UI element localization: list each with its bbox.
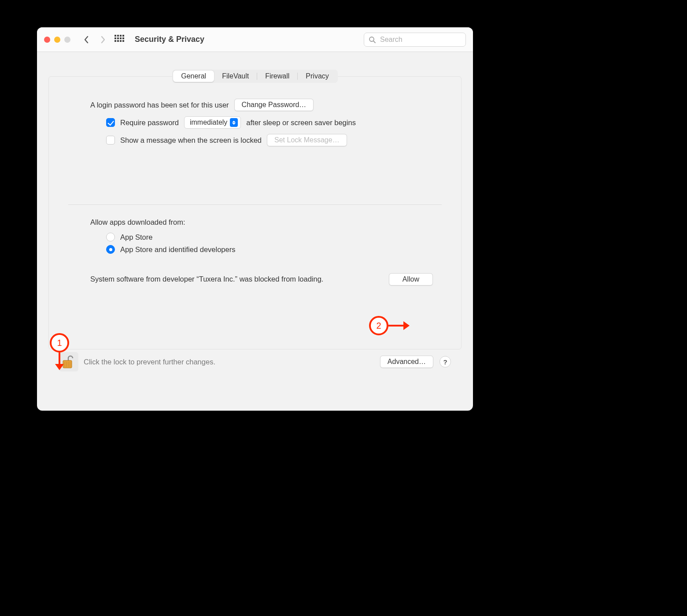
blocked-software-row: System software from developer “Tuxera I…	[90, 274, 433, 286]
blocked-software-text: System software from developer “Tuxera I…	[90, 274, 371, 284]
footer: Click the lock to prevent further change…	[48, 349, 462, 379]
window-controls	[44, 37, 70, 43]
annotation-arrow-2	[388, 321, 410, 330]
radio-identified-developers[interactable]	[106, 245, 115, 254]
chevron-left-icon	[84, 36, 89, 44]
after-sleep-text: after sleep or screen saver begins	[246, 119, 356, 127]
show-lock-message-row: Show a message when the screen is locked…	[90, 134, 433, 146]
forward-button[interactable]	[97, 33, 109, 46]
show-all-preferences-button[interactable]	[114, 35, 124, 45]
annotation-2-label: 2	[376, 321, 381, 331]
show-lock-message-label: Show a message when the screen is locked	[120, 136, 262, 145]
back-button[interactable]	[80, 33, 92, 46]
svg-rect-2	[63, 360, 72, 368]
gatekeeper-heading: Allow apps downloaded from:	[90, 218, 433, 226]
tab-privacy[interactable]: Privacy	[298, 71, 336, 82]
help-button[interactable]: ?	[440, 356, 451, 367]
close-window-button[interactable]	[44, 37, 50, 43]
radio-identified-developers-label: App Store and identified developers	[120, 245, 235, 254]
annotation-1-label: 1	[57, 338, 62, 348]
gatekeeper-option-appstore: App Store	[90, 233, 433, 241]
allow-button[interactable]: Allow	[389, 273, 433, 286]
search-field[interactable]	[364, 33, 466, 47]
require-password-delay-select[interactable]: immediately	[184, 116, 241, 129]
window-title: Security & Privacy	[135, 35, 204, 44]
search-icon	[369, 36, 376, 43]
require-password-row: Require password immediately after sleep…	[90, 116, 433, 129]
lock-hint-text: Click the lock to prevent further change…	[84, 358, 215, 366]
tab-filevault[interactable]: FileVault	[214, 71, 257, 82]
select-stepper-icon	[230, 118, 238, 127]
advanced-button[interactable]: Advanced…	[380, 356, 433, 368]
annotation-callout-1: 1	[50, 333, 69, 353]
annotation-callout-2: 2	[369, 316, 388, 335]
login-password-row: A login password has been set for this u…	[90, 99, 433, 111]
login-password-text: A login password has been set for this u…	[90, 101, 229, 109]
search-input[interactable]	[379, 35, 461, 44]
tab-general[interactable]: General	[173, 71, 214, 82]
annotation-arrow-1	[55, 353, 64, 370]
set-lock-message-button: Set Lock Message…	[267, 134, 347, 146]
change-password-button[interactable]: Change Password…	[234, 99, 314, 111]
require-password-label: Require password	[120, 119, 179, 127]
system-preferences-window: Security & Privacy General FileVault Fir…	[37, 27, 473, 411]
titlebar: Security & Privacy	[37, 27, 473, 52]
radio-app-store[interactable]	[106, 233, 115, 241]
require-password-checkbox[interactable]	[106, 118, 115, 127]
radio-app-store-label: App Store	[120, 233, 152, 241]
zoom-window-button[interactable]	[64, 37, 70, 43]
minimize-window-button[interactable]	[54, 37, 60, 43]
tab-bar: General FileVault Firewall Privacy	[172, 70, 338, 83]
preferences-body: General FileVault Firewall Privacy A log…	[37, 52, 473, 411]
tab-firewall[interactable]: Firewall	[257, 71, 297, 82]
show-lock-message-checkbox[interactable]	[106, 136, 115, 145]
unlocked-padlock-icon	[62, 355, 75, 369]
gatekeeper-option-identified: App Store and identified developers	[90, 245, 433, 254]
require-password-delay-value: immediately	[190, 119, 227, 126]
general-panel: A login password has been set for this u…	[48, 76, 462, 349]
svg-line-1	[373, 41, 375, 43]
chevron-right-icon	[100, 36, 106, 44]
